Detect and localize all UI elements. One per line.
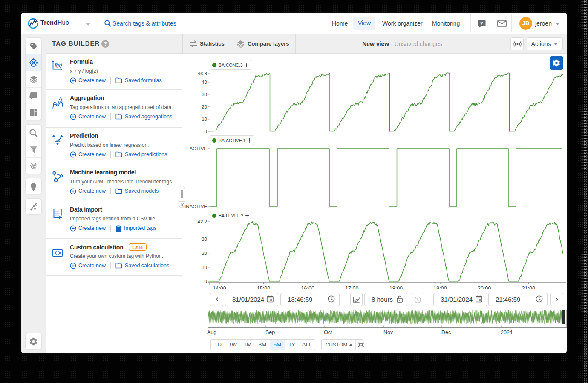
svg-text:0: 0 <box>205 279 207 284</box>
svg-text:46.8: 46.8 <box>198 71 207 76</box>
svg-text:30: 30 <box>202 92 207 97</box>
svg-text:18:00: 18:00 <box>389 286 403 289</box>
svg-text:2024: 2024 <box>501 329 513 335</box>
svg-text:16:00: 16:00 <box>301 286 314 289</box>
svg-text:ACTIVE: ACTIVE <box>189 146 207 151</box>
svg-text:21:00: 21:00 <box>522 286 535 289</box>
svg-text:INACTIVE: INACTIVE <box>184 204 207 209</box>
svg-text:19:00: 19:00 <box>433 286 447 289</box>
svg-text:Aug: Aug <box>207 329 216 335</box>
svg-text:?: ? <box>480 21 483 26</box>
svg-text:0: 0 <box>205 129 207 134</box>
svg-text:15:00: 15:00 <box>257 286 270 289</box>
svg-text:10: 10 <box>202 265 207 270</box>
svg-text:f(x): f(x) <box>55 63 62 68</box>
svg-text:Sep: Sep <box>265 329 275 335</box>
svg-text:20: 20 <box>202 104 207 109</box>
svg-text:40: 40 <box>202 80 207 85</box>
svg-text:14:00: 14:00 <box>213 286 226 289</box>
svg-text:10: 10 <box>202 117 207 122</box>
svg-text:20:00: 20:00 <box>478 286 491 289</box>
svg-text:Oct: Oct <box>324 329 332 335</box>
svg-text:Nov: Nov <box>383 329 393 335</box>
svg-text:Dec: Dec <box>441 329 451 335</box>
svg-text:30: 30 <box>202 237 207 242</box>
svg-text:17:00: 17:00 <box>345 286 358 289</box>
svg-text:20: 20 <box>202 251 207 256</box>
svg-text:42.2: 42.2 <box>198 219 207 224</box>
